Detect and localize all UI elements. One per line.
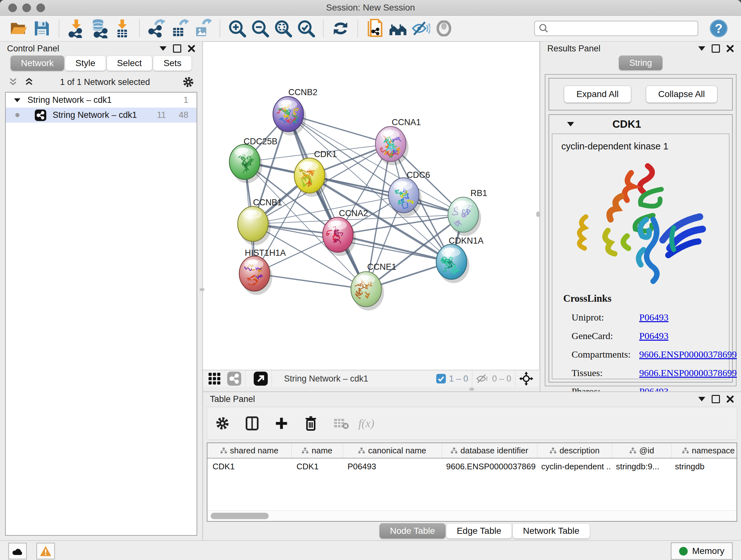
table-cell[interactable]: P06493 <box>342 462 441 472</box>
table-cell[interactable]: CDK1 <box>291 462 342 472</box>
tab-string[interactable]: String <box>619 56 663 70</box>
network-canvas[interactable]: CCNB2CCNA1CDC25BCDK1CDC6RB1CCNB1CCNA2CDK… <box>203 42 540 370</box>
collapse-all-button[interactable]: Collapse All <box>646 85 718 103</box>
panel-float-icon[interactable] <box>712 395 720 403</box>
crosslink-label: Uniprot: <box>571 312 639 323</box>
panel-close-icon[interactable] <box>726 45 734 52</box>
crosslink-value-link[interactable]: P06493 <box>639 330 669 341</box>
maximize-window-button[interactable] <box>37 3 45 12</box>
tab-style[interactable]: Style <box>65 56 106 71</box>
refresh-icon[interactable] <box>331 18 350 38</box>
vertical-splitter-handle[interactable] <box>536 211 540 217</box>
tab-network-table[interactable]: Network Table <box>513 523 590 539</box>
save-session-icon[interactable] <box>32 18 52 38</box>
tab-sets[interactable]: Sets <box>153 56 192 71</box>
network-node-CDC6[interactable] <box>388 178 421 217</box>
expand-all-icon[interactable] <box>24 77 34 87</box>
open-session-icon[interactable] <box>9 18 29 38</box>
gear-icon[interactable] <box>183 76 194 88</box>
table-gear-icon[interactable] <box>215 416 229 430</box>
network-node-CCNB2[interactable] <box>273 97 306 135</box>
tab-edge-table[interactable]: Edge Table <box>446 523 512 539</box>
search-input[interactable] <box>549 23 694 34</box>
delete-column-icon[interactable] <box>304 416 318 431</box>
panel-menu-icon[interactable] <box>159 46 166 51</box>
table-cell[interactable]: CDK1 <box>207 462 291 472</box>
minimize-window-button[interactable] <box>22 3 31 12</box>
export-table-icon[interactable] <box>170 18 190 38</box>
close-window-button[interactable] <box>8 3 17 12</box>
help-icon[interactable]: ? <box>710 19 728 37</box>
cloud-status-button[interactable] <box>8 543 27 559</box>
tree-expand-icon[interactable] <box>14 98 20 102</box>
column-header-shared-name[interactable]: shared name <box>207 443 292 458</box>
table-row[interactable]: CDK1CDK1P064939606.ENSP00000378699cyclin… <box>207 458 737 475</box>
network-node-CCNA2[interactable] <box>323 217 356 256</box>
network-node-CCNE1[interactable] <box>351 272 384 311</box>
crosslink-value-link[interactable]: P06493 <box>639 312 669 323</box>
panel-menu-icon[interactable] <box>698 397 705 401</box>
collapse-all-icon[interactable] <box>8 77 18 87</box>
column-header-canonical-name[interactable]: canonical name <box>343 443 442 458</box>
network-row-selected[interactable]: String Network – cdk1 11 48 <box>6 108 197 123</box>
home-icon[interactable] <box>388 18 408 38</box>
tab-network[interactable]: Network <box>10 56 64 71</box>
gene-section-header[interactable]: CDK1 <box>549 115 732 133</box>
network-share-icon[interactable] <box>227 372 241 386</box>
add-column-icon[interactable] <box>275 417 288 430</box>
birds-eye-toggle-icon[interactable] <box>519 372 533 386</box>
open-in-new-window-icon[interactable] <box>254 372 268 386</box>
import-table-icon[interactable] <box>112 18 132 38</box>
panel-menu-icon[interactable] <box>698 46 705 51</box>
network-collection-row[interactable]: String Network – cdk1 1 <box>6 92 197 108</box>
vertical-splitter-handle[interactable] <box>199 288 205 291</box>
tab-node-table[interactable]: Node Table <box>380 523 446 539</box>
show-column-icon[interactable] <box>246 416 259 431</box>
table-horizontal-scrollbar[interactable] <box>207 510 737 521</box>
table-cell[interactable]: stringdb <box>670 462 737 472</box>
export-network-icon[interactable] <box>147 18 166 38</box>
memory-button[interactable]: Memory <box>671 543 733 560</box>
column-header-namespace[interactable]: namespace <box>672 443 737 458</box>
panel-float-icon[interactable] <box>712 44 720 53</box>
expand-all-button[interactable]: Expand All <box>564 85 631 103</box>
tab-select[interactable]: Select <box>107 56 152 71</box>
results-panel: Results Panel String Expand All Collapse… <box>540 42 741 391</box>
horizontal-splitter[interactable] <box>203 387 540 391</box>
table-cell[interactable]: stringdb:9... <box>611 462 670 472</box>
crosslink-value-link[interactable]: 9606.ENSP00000378699 <box>639 368 737 378</box>
network-node-CCNA1[interactable] <box>375 126 408 165</box>
network-node-CDK1[interactable] <box>294 158 327 197</box>
scrollbar-thumb[interactable] <box>211 513 269 519</box>
warning-button[interactable] <box>37 543 55 559</box>
network-node-RB1[interactable] <box>448 197 481 236</box>
zoom-out-icon[interactable] <box>250 18 270 38</box>
column-header-description[interactable]: description <box>537 443 612 458</box>
share-document-icon[interactable] <box>365 18 385 38</box>
export-image-icon[interactable] <box>193 18 212 38</box>
column-header-database-identifier[interactable]: database identifier <box>442 443 537 458</box>
import-network-icon[interactable] <box>66 18 86 38</box>
column-header-name[interactable]: name <box>292 443 343 458</box>
selected-counts: 1 – 0 <box>449 374 468 384</box>
zoom-fit-icon[interactable] <box>273 18 293 38</box>
network-node-CDC25B[interactable] <box>229 144 263 183</box>
zoom-in-icon[interactable] <box>227 18 247 38</box>
panel-close-icon[interactable] <box>188 45 195 52</box>
import-network-from-database-icon[interactable] <box>89 18 109 38</box>
network-node-CDKN1A[interactable] <box>436 244 469 283</box>
table-cell[interactable]: cyclin-dependent ... <box>536 462 611 472</box>
grid-view-icon[interactable] <box>208 372 221 385</box>
column-header-id[interactable]: @id <box>612 443 672 458</box>
zoom-selected-icon[interactable] <box>296 18 316 38</box>
table-cell[interactable]: 9606.ENSP00000378699 <box>441 462 536 472</box>
crosslink-value-link[interactable]: 9606.ENSP00000378699 <box>639 349 737 360</box>
selected-nodes-checkbox-icon[interactable] <box>436 374 446 383</box>
collapse-section-icon[interactable] <box>567 122 574 126</box>
network-node-HIST1H1A[interactable] <box>239 256 273 295</box>
search-box[interactable] <box>534 21 698 36</box>
birds-eye-view-icon[interactable] <box>434 18 454 38</box>
hide-graphics-details-icon[interactable] <box>411 18 431 38</box>
panel-close-icon[interactable] <box>726 395 734 403</box>
panel-float-icon[interactable] <box>173 44 181 53</box>
